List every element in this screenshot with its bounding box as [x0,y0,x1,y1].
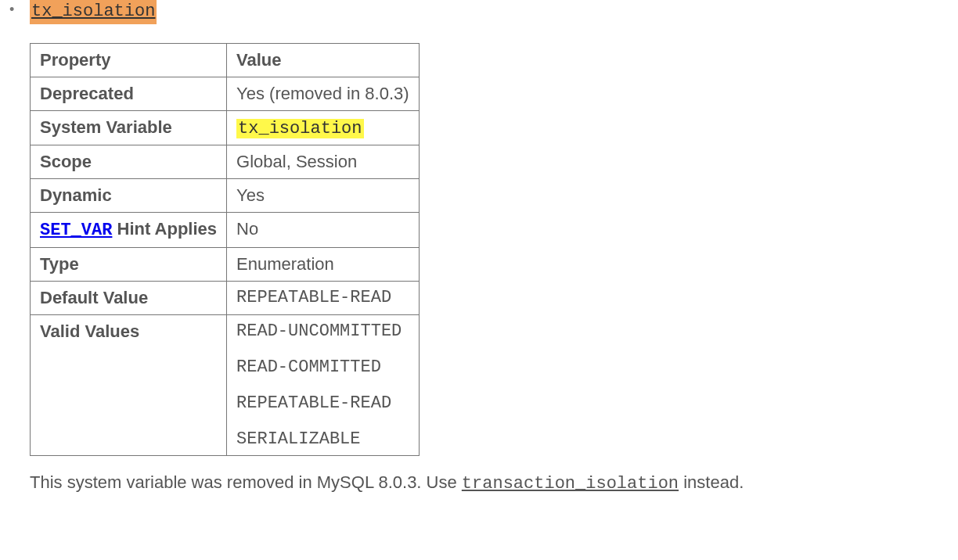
table-row: Scope Global, Session [31,145,420,179]
col-header-value: Value [227,43,420,77]
note-text-post: instead. [679,472,744,492]
sysvar-item: tx_isolation Property Value Deprecated Y… [14,0,958,497]
row-label-default-value: Default Value [31,282,227,315]
valid-value-item: SERIALIZABLE [236,427,409,452]
table-row: Dynamic Yes [31,179,420,213]
valid-value-item: READ-UNCOMMITTED [236,319,409,344]
row-label-valid-values: Valid Values [31,314,227,456]
col-header-property: Property [31,43,227,77]
valid-value-item: READ-COMMITTED [236,355,409,380]
setvar-link[interactable]: SET_VAR [40,221,112,240]
note-text-pre: This system variable was removed in MySQ… [30,472,462,492]
sysvar-name-highlight: tx_isolation [236,119,363,138]
row-label-setvar: SET_VAR Hint Applies [31,213,227,248]
setvar-label-rest: Hint Applies [112,219,217,239]
removed-note: This system variable was removed in MySQ… [30,470,958,497]
table-row: System Variable tx_isolation [31,110,420,145]
row-label-system-variable: System Variable [31,110,227,145]
valid-value-item: REPEATABLE-READ [236,391,409,416]
row-label-dynamic: Dynamic [31,179,227,213]
property-table: Property Value Deprecated Yes (removed i… [30,43,420,457]
row-value-default-value: REPEATABLE-READ [227,282,420,315]
table-row: SET_VAR Hint Applies No [31,213,420,248]
row-value-valid-values: READ-UNCOMMITTED READ-COMMITTED REPEATAB… [227,314,420,456]
row-value-type: Enumeration [227,248,420,282]
transaction-isolation-link[interactable]: transaction_isolation [462,474,679,494]
table-row: Type Enumeration [31,248,420,282]
table-row: Valid Values READ-UNCOMMITTED READ-COMMI… [31,314,420,456]
row-label-deprecated: Deprecated [31,77,227,110]
row-value-dynamic: Yes [227,179,420,213]
row-value-deprecated: Yes (removed in 8.0.3) [227,77,420,110]
table-row: Default Value REPEATABLE-READ [31,282,420,315]
row-value-scope: Global, Session [227,145,420,179]
sysvar-heading-link[interactable]: tx_isolation [30,0,157,24]
row-label-scope: Scope [31,145,227,179]
row-value-system-variable: tx_isolation [227,110,420,145]
table-row: Deprecated Yes (removed in 8.0.3) [31,77,420,110]
row-value-setvar: No [227,213,420,248]
row-label-type: Type [31,248,227,282]
